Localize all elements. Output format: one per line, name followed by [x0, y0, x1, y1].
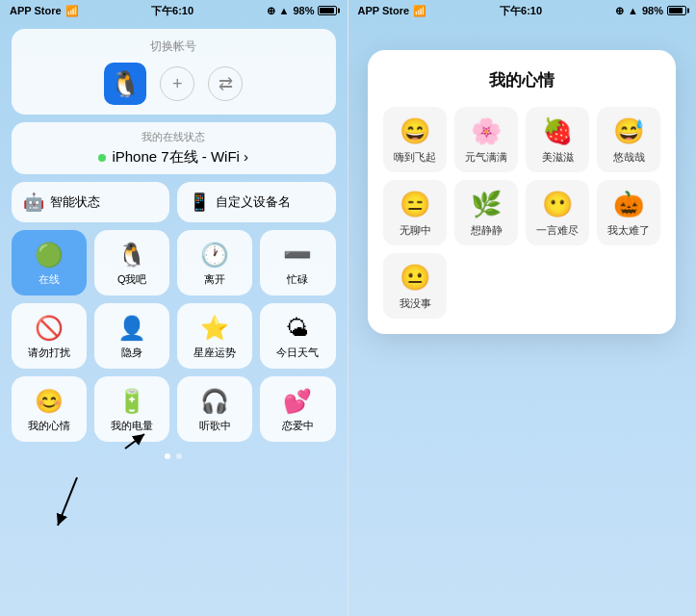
q-me-button[interactable]: 🐧 Q我吧 [94, 230, 169, 295]
online-status-title: 我的在线状态 [25, 130, 322, 144]
left-status-bar: APP Store 📶 下午6:10 ⊕ ▲ 98% [0, 0, 348, 21]
online-label: 在线 [39, 272, 60, 287]
page-dots [12, 449, 336, 463]
right-signal-icon: ⊕ [615, 5, 624, 17]
horoscope-button[interactable]: ⭐ 星座运势 [177, 303, 252, 369]
func-buttons-row: 🤖 智能状态 📱 自定义设备名 [12, 182, 336, 222]
away-button[interactable]: 🕐 离开 [177, 230, 252, 295]
mood-label-8: 我没事 [400, 296, 431, 311]
smart-status-button[interactable]: 🤖 智能状态 [12, 182, 169, 222]
mood-item-2[interactable]: 🍓 美滋滋 [526, 107, 589, 172]
in-love-icon: 💕 [283, 388, 312, 415]
right-wifi-icon: 📶 [413, 5, 426, 17]
q-me-icon: 🐧 [117, 242, 146, 269]
dnd-button[interactable]: 🚫 请勿打扰 [12, 303, 87, 369]
horoscope-icon: ⭐ [200, 315, 229, 342]
q-me-label: Q我吧 [117, 272, 147, 287]
horoscope-label: 星座运势 [193, 346, 236, 360]
add-account-button[interactable]: + [160, 66, 194, 101]
weather-button[interactable]: 🌤 今日天气 [260, 303, 335, 369]
right-status-left: APP Store 📶 [358, 5, 427, 17]
mood-emoji-0: 😄 [400, 116, 430, 146]
smart-status-label: 智能状态 [50, 193, 100, 211]
left-app-store-label: APP Store [10, 5, 62, 16]
away-label: 离开 [204, 272, 225, 287]
invisible-label: 隐身 [121, 346, 142, 360]
online-status-row[interactable]: iPhone 7在线 - WiFi › [25, 148, 322, 167]
my-mood-button[interactable]: 😊 我的心情 [12, 376, 87, 442]
mood-emoji-8: 😐 [400, 263, 430, 293]
weather-icon: 🌤 [286, 315, 309, 342]
listening-icon: 🎧 [200, 388, 229, 415]
right-app-store-label: APP Store [358, 5, 410, 16]
mood-label-4: 无聊中 [400, 223, 431, 238]
smart-status-icon: 🤖 [23, 192, 44, 213]
right-battery-icon [667, 6, 686, 15]
invisible-button[interactable]: 👤 隐身 [94, 303, 169, 369]
online-button[interactable]: 🟢 在线 [12, 230, 87, 295]
green-dot-icon [98, 154, 106, 162]
left-panel: APP Store 📶 下午6:10 ⊕ ▲ 98% 切换帐号 🐧 + ⇄ 我的… [0, 0, 348, 616]
left-status-left: APP Store 📶 [10, 5, 79, 17]
mood-emoji-2: 🍓 [542, 116, 573, 146]
invisible-icon: 👤 [117, 315, 146, 342]
grid-row-1: 🟢 在线 🐧 Q我吧 🕐 离开 ➖ 忙碌 [12, 230, 336, 295]
mood-item-1[interactable]: 🌸 元气满满 [454, 107, 518, 172]
my-mood-icon: 😊 [35, 388, 64, 415]
in-love-button[interactable]: 💕 恋爱中 [260, 376, 335, 442]
mood-label-7: 我太难了 [607, 223, 650, 238]
mood-item-5[interactable]: 🌿 想静静 [454, 180, 518, 245]
mood-card: 我的心情 😄 嗨到飞起 🌸 元气满满 🍓 美滋滋 😅 悠哉哉 [368, 50, 676, 334]
mood-item-7[interactable]: 🎃 我太难了 [597, 180, 660, 245]
right-status-bar: APP Store 📶 下午6:10 ⊕ ▲ 98% [348, 0, 697, 21]
right-panel: APP Store 📶 下午6:10 ⊕ ▲ 98% 我的心情 😄 嗨到飞起 🌸 [348, 0, 697, 616]
mood-emoji-4: 😑 [400, 190, 430, 219]
left-wifi-icon: 📶 [65, 5, 79, 17]
busy-button[interactable]: ➖ 忙碌 [260, 230, 335, 295]
online-status-text: iPhone 7在线 - WiFi › [112, 148, 248, 167]
mood-label-3: 悠哉哉 [613, 150, 645, 165]
my-battery-button[interactable]: 🔋 我的电量 [94, 376, 169, 442]
mood-emoji-7: 🎃 [613, 190, 644, 219]
device-name-icon: 📱 [189, 192, 210, 213]
dnd-icon: 🚫 [35, 315, 64, 342]
my-mood-label: 我的心情 [28, 419, 70, 433]
mood-emoji-5: 🌿 [471, 190, 502, 219]
listening-label: 听歌中 [199, 419, 231, 433]
left-battery-label: 98% [293, 5, 314, 16]
listening-button[interactable]: 🎧 听歌中 [177, 376, 252, 442]
mood-item-0[interactable]: 😄 嗨到飞起 [383, 107, 447, 172]
mood-item-4[interactable]: 😑 无聊中 [383, 180, 447, 245]
account-switch-card: 切换帐号 🐧 + ⇄ [12, 29, 336, 115]
account-row: 🐧 + ⇄ [25, 63, 322, 105]
dot-2 [176, 453, 182, 459]
left-signal-icon: ⊕ [267, 5, 275, 17]
mood-card-title: 我的心情 [383, 69, 660, 91]
mood-item-3[interactable]: 😅 悠哉哉 [597, 107, 660, 172]
switch-account-button[interactable]: ⇄ [208, 66, 243, 101]
right-status-right: ⊕ ▲ 98% [615, 5, 686, 17]
mood-label-0: 嗨到飞起 [394, 150, 436, 165]
device-name-button[interactable]: 📱 自定义设备名 [177, 182, 335, 222]
grid-row-3: 😊 我的心情 🔋 我的电量 🎧 听歌中 💕 恋爱中 [12, 376, 336, 442]
grid-row-2: 🚫 请勿打扰 👤 隐身 ⭐ 星座运势 🌤 今日天气 [12, 303, 336, 369]
device-name-label: 自定义设备名 [216, 193, 291, 211]
online-status-card: 我的在线状态 iPhone 7在线 - WiFi › [12, 122, 336, 174]
weather-label: 今日天气 [276, 346, 319, 360]
left-content: 切换帐号 🐧 + ⇄ 我的在线状态 iPhone 7在线 - WiFi › 🤖 … [0, 21, 348, 616]
my-battery-icon: 🔋 [117, 388, 146, 415]
mood-emoji-1: 🌸 [471, 116, 502, 146]
my-battery-label: 我的电量 [111, 419, 153, 433]
left-time: 下午6:10 [151, 4, 193, 18]
mood-label-5: 想静静 [471, 223, 503, 238]
left-battery-icon [318, 6, 337, 15]
mood-emoji-3: 😅 [613, 116, 644, 146]
mood-label-6: 一言难尽 [536, 223, 579, 238]
mood-label-1: 元气满满 [465, 150, 507, 165]
left-location-icon: ▲ [279, 5, 290, 16]
mood-item-8[interactable]: 😐 我没事 [383, 253, 447, 319]
online-icon: 🟢 [35, 242, 64, 269]
mood-item-6[interactable]: 😶 一言难尽 [526, 180, 589, 245]
mood-emoji-6: 😶 [542, 190, 573, 219]
dot-1 [165, 453, 170, 459]
